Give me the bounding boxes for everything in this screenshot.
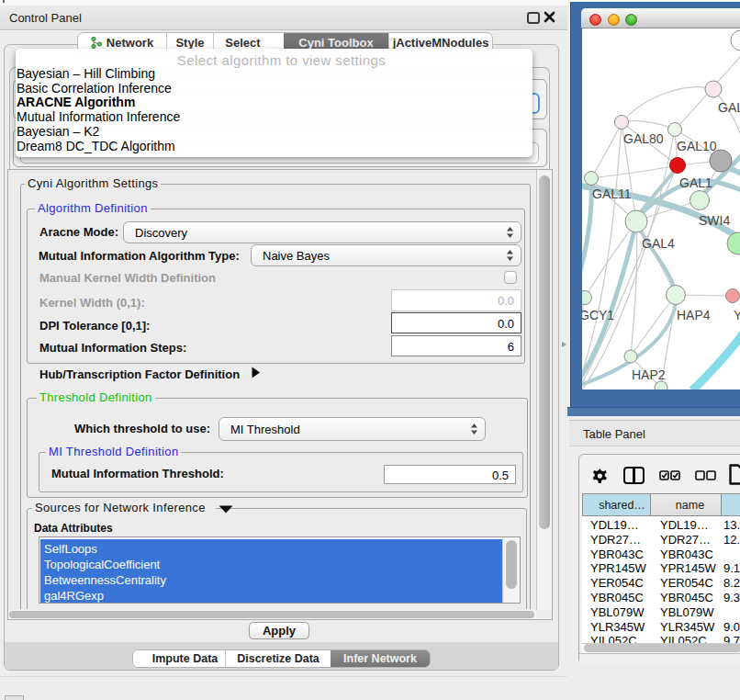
- svg-text:GAL10: GAL10: [677, 139, 717, 153]
- svg-text:GAL80: GAL80: [623, 131, 664, 146]
- svg-text:GAL4: GAL4: [642, 236, 675, 251]
- svg-text:GAL1: GAL1: [679, 175, 712, 190]
- svg-text:GCY1: GCY1: [582, 308, 614, 322]
- svg-text:GAL11: GAL11: [592, 186, 632, 201]
- svg-text:HAP2: HAP2: [632, 367, 666, 382]
- svg-text:YJR: YJR: [734, 308, 740, 322]
- svg-text:HAP4: HAP4: [677, 308, 711, 322]
- svg-text:SWI4: SWI4: [699, 213, 730, 228]
- svg-text:GAL7: GAL7: [718, 100, 740, 115]
